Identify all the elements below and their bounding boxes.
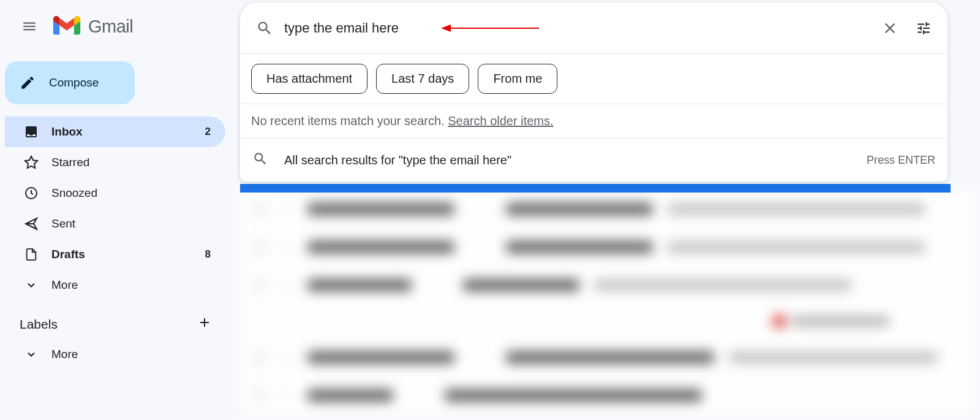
drafts-count: 8 [205,248,211,261]
inbox-icon [23,124,39,140]
chip-from-me[interactable]: From me [478,64,557,94]
add-label-button[interactable] [197,315,212,333]
labels-header: Labels [5,300,227,339]
compose-button[interactable]: Compose [5,61,135,104]
file-icon [23,246,39,262]
clear-search-button[interactable] [881,20,899,37]
sidebar: Compose Inbox 2 Starred Snoozed Sent Dra… [0,61,227,370]
search-button[interactable] [251,15,278,42]
more-label: More [51,278,211,292]
inbox-count: 2 [205,126,211,138]
search-filter-chips: Has attachment Last 7 days From me [240,54,948,104]
drafts-label: Drafts [51,248,193,261]
pencil-icon [20,75,36,91]
svg-marker-2 [441,25,451,32]
annotation-arrow [441,22,539,34]
plus-icon [197,315,212,330]
chevron-down-icon [23,346,39,362]
sidebar-item-sent[interactable]: Sent [5,208,225,239]
gmail-icon [53,16,81,37]
chip-has-attachment[interactable]: Has attachment [251,64,368,94]
labels-more-label: More [51,348,211,361]
search-icon [252,151,268,169]
sidebar-item-snoozed[interactable]: Snoozed [5,178,225,208]
all-results-text: All search results for "type the email h… [284,153,851,167]
labels-title: Labels [20,317,58,332]
compose-label: Compose [49,76,99,90]
sidebar-item-drafts[interactable]: Drafts 8 [5,239,225,270]
all-results-row[interactable]: All search results for "type the email h… [240,139,948,181]
app-name: Gmail [88,17,133,37]
inbox-label: Inbox [51,125,193,139]
close-icon [881,20,899,37]
starred-label: Starred [51,156,211,169]
sidebar-item-starred[interactable]: Starred [5,147,225,178]
search-older-link[interactable]: Search older items. [448,114,553,128]
snoozed-label: Snoozed [51,186,211,200]
press-enter-hint: Press ENTER [867,154,935,167]
star-icon [23,155,39,170]
search-options-button[interactable] [916,20,932,36]
no-results-prefix: No recent items match your search. [251,114,448,128]
search-dropdown-panel: Has attachment Last 7 days From me No re… [240,2,948,181]
main-menu-button[interactable] [13,10,45,42]
blurred-email-list: ☆ ☆ ☆ ☆ ☆ [240,190,975,414]
clock-icon [23,185,39,201]
chevron-down-icon [23,277,39,293]
no-results-message: No recent items match your search. Searc… [240,104,948,139]
tune-icon [916,20,932,36]
search-input[interactable] [278,20,881,36]
gmail-logo[interactable]: Gmail [53,16,133,37]
sidebar-item-labels-more[interactable]: More [5,339,225,370]
search-bar [240,2,948,54]
sidebar-item-inbox[interactable]: Inbox 2 [5,116,225,147]
sent-label: Sent [51,217,211,231]
selection-strip [240,184,951,193]
search-icon [256,20,273,37]
chip-last-7-days[interactable]: Last 7 days [376,64,469,94]
hamburger-icon [21,18,37,34]
send-icon [23,216,39,232]
sidebar-item-more[interactable]: More [5,270,225,300]
